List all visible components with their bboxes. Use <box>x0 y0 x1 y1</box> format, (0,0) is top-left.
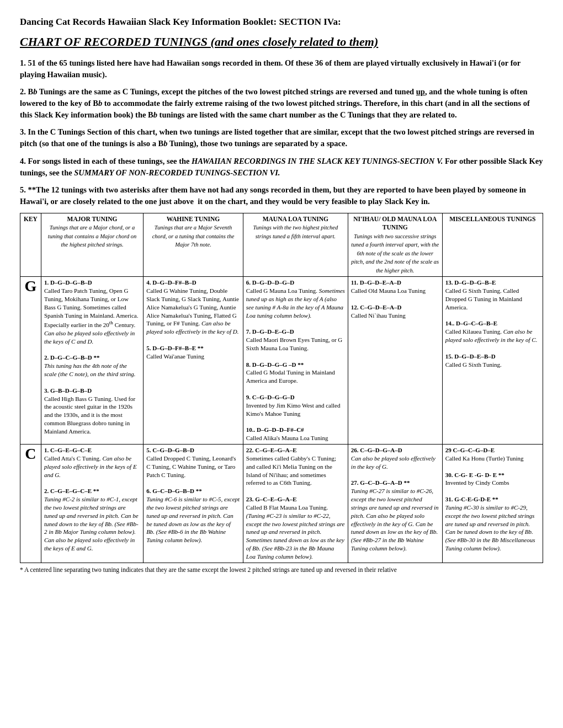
cell-c-niihau: 26. C–G–D–G–A–D Can also be played solo … <box>348 445 442 563</box>
key-c: C <box>20 445 41 563</box>
cell-c-wahine: 5. C–G–D–G–B–D Called Dropped C Tuning, … <box>144 445 243 563</box>
cell-g-mauna: 6. D–G–D–D–G–D Called G Mauna Loa Tuning… <box>243 277 348 445</box>
page-container: Dancing Cat Records Hawaiian Slack Key I… <box>20 15 543 574</box>
section-title: CHART OF RECORDED TUNINGS (and ones clos… <box>20 34 543 50</box>
cell-c-misc: 29 C–G–C–G–D–E Called Ka Honu (Turtle) T… <box>442 445 543 563</box>
footnote: * A centered line separating two tuning … <box>20 566 543 575</box>
cell-g-niihau: 11. D–G–D–E–A–D Called Old Mauna Loa Tun… <box>348 277 442 445</box>
th-key: KEY <box>20 213 41 277</box>
paragraph-5: 5. **The 12 tunings with two asterisks a… <box>20 184 543 207</box>
page-title: Dancing Cat Records Hawaiian Slack Key I… <box>20 15 543 29</box>
th-mauna: MAUNA LOA TUNING Tunings with the two hi… <box>243 213 348 277</box>
cell-g-wahine: 4. D–G–D–F#–B–D Called G Wahine Tuning, … <box>144 277 243 445</box>
table-row-c: C 1. C–G–E–G–C–E Called Atta's C Tuning.… <box>20 445 543 563</box>
cell-c-major: 1. C–G–E–G–C–E Called Atta's C Tuning. C… <box>41 445 143 563</box>
cell-g-major: 1. D–G–D–G–B–D Called Taro Patch Tuning,… <box>41 277 143 445</box>
paragraph-1: 1. 51 of the 65 tunings listed here have… <box>20 57 543 81</box>
paragraph-2: 2. Bb Tunings are the same as C Tunings,… <box>20 86 543 121</box>
intro-section: 1. 51 of the 65 tunings listed here have… <box>20 57 543 207</box>
th-misc: MISCELLANEOUS TUNINGS <box>442 213 543 277</box>
table-row-g: G 1. D–G–D–G–B–D Called Taro Patch Tunin… <box>20 277 543 445</box>
th-major: MAJOR TUNING Tunings that are a Major ch… <box>41 213 143 277</box>
tuning-table: KEY MAJOR TUNING Tunings that are a Majo… <box>20 213 543 563</box>
paragraph-3: 3. In the C Tunings Section of this char… <box>20 126 543 149</box>
key-g: G <box>20 277 41 445</box>
th-niihau: NI'IHAU/ OLD MAUNA LOA TUNING Tunings wi… <box>348 213 442 277</box>
th-wahine: WAHINE TUNING Tunings that are a Major S… <box>144 213 243 277</box>
cell-c-mauna: 22. C–G–E–G–A–E Sometimes called Gabby's… <box>243 445 348 563</box>
cell-g-misc: 13. D–G–D–G–B–E Called G Sixth Tuning. C… <box>442 277 543 445</box>
paragraph-4: 4. For songs listed in each of these tun… <box>20 156 543 179</box>
